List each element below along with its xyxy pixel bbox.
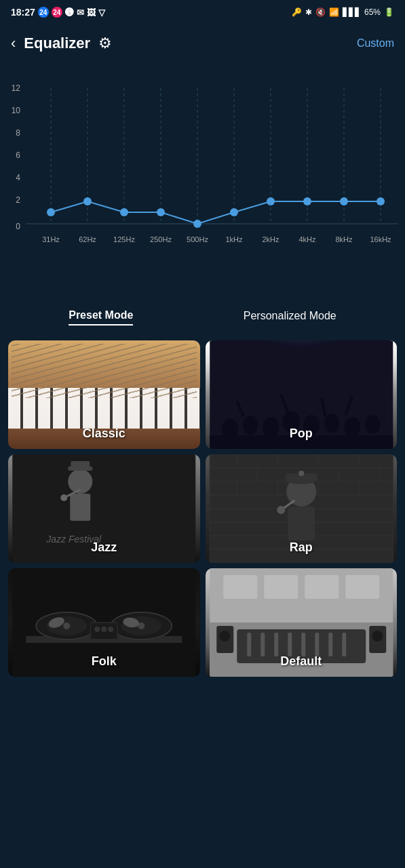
svg-point-62 — [108, 627, 113, 632]
svg-rect-48 — [288, 507, 315, 540]
svg-point-21 — [60, 494, 67, 501]
eq-dot-125hz[interactable] — [120, 208, 128, 216]
svg-point-60 — [94, 627, 100, 632]
default-label: Default — [206, 654, 398, 669]
svg-rect-79 — [342, 633, 346, 656]
svg-point-61 — [101, 627, 107, 632]
preset-mode-tab[interactable]: Preset Mode — [69, 309, 133, 326]
svg-rect-72 — [247, 633, 251, 656]
eq-dot-8khz[interactable] — [340, 197, 348, 205]
nav-left-group: ‹ Equalizer ⚙ — [11, 35, 112, 52]
eq-dot-4khz[interactable] — [303, 197, 311, 205]
battery-percent: 65% — [364, 7, 381, 17]
time-display: 18:27 — [11, 7, 35, 18]
x-label-2khz: 2kHz — [262, 235, 279, 243]
classic-label: Classic — [8, 427, 200, 441]
mode-tabs: Preset Mode Personalized Mode — [0, 296, 405, 332]
eq-dot-2khz[interactable] — [267, 197, 275, 205]
y-label-8: 8 — [16, 128, 20, 138]
wifi-icon: 📶 — [329, 7, 339, 17]
svg-rect-69 — [305, 575, 339, 599]
svg-rect-67 — [223, 575, 257, 599]
svg-point-50 — [277, 506, 285, 514]
svg-point-47 — [298, 471, 304, 476]
notification-icon-1: 24 — [38, 7, 49, 18]
genre-card-default[interactable]: Default — [206, 568, 398, 677]
gallery-icon: 🖼 — [87, 7, 96, 18]
x-label-125hz: 125Hz — [113, 235, 135, 243]
mail-icon: ✉ — [77, 7, 84, 18]
genre-card-rap[interactable]: Rap — [206, 454, 398, 563]
x-label-8khz: 8kHz — [335, 235, 353, 243]
eq-dot-500hz[interactable] — [193, 220, 201, 228]
svg-rect-74 — [274, 633, 278, 656]
y-label-4: 4 — [16, 173, 20, 182]
personalized-mode-tab[interactable]: Personalized Mode — [244, 310, 336, 325]
x-label-1khz: 1kHz — [225, 235, 243, 243]
y-label-2: 2 — [16, 195, 20, 205]
back-button[interactable]: ‹ — [11, 35, 16, 52]
equalizer-svg: 12 10 8 6 4 2 0 31Hz 6 — [7, 69, 398, 286]
eq-dot-16khz[interactable] — [377, 197, 385, 205]
custom-button[interactable]: Custom — [357, 37, 394, 50]
notification-icon-2: 24 — [52, 7, 62, 18]
svg-rect-77 — [315, 633, 319, 656]
rap-label: Rap — [206, 540, 398, 555]
x-label-250hz: 250Hz — [150, 235, 172, 243]
vpn-icon: ▽ — [98, 7, 105, 18]
genre-card-classic[interactable]: Classic — [8, 340, 200, 449]
genre-card-pop[interactable]: Pop — [206, 340, 398, 449]
eq-dot-1khz[interactable] — [230, 208, 238, 216]
pop-label: Pop — [206, 427, 398, 441]
page-title: Equalizer — [24, 35, 90, 52]
key-icon: 🔑 — [292, 7, 302, 17]
mute-icon: 🔇 — [315, 7, 326, 17]
y-label-0: 0 — [16, 222, 20, 231]
equalizer-chart-container: 12 10 8 6 4 2 0 31Hz 6 — [0, 62, 405, 289]
x-label-62hz: 62Hz — [79, 235, 96, 243]
svg-point-83 — [372, 631, 383, 642]
y-label-12: 12 — [12, 83, 21, 93]
genre-card-jazz[interactable]: Jazz Festival Jazz — [8, 454, 200, 563]
svg-rect-73 — [261, 633, 265, 656]
swiggy-icon: 🅢 — [65, 7, 74, 18]
eq-dot-31hz[interactable] — [47, 208, 55, 216]
battery-icon: 🔋 — [384, 7, 394, 17]
eq-line — [51, 201, 381, 224]
svg-rect-75 — [288, 633, 292, 656]
eq-dot-62hz[interactable] — [83, 197, 92, 205]
y-label-6: 6 — [16, 151, 20, 160]
folk-label: Folk — [8, 654, 200, 669]
x-label-31hz: 31Hz — [42, 235, 60, 243]
svg-rect-68 — [264, 575, 298, 599]
status-bar: 18:27 24 24 🅢 ✉ 🖼 ▽ 🔑 ✱ 🔇 📶 ▋▋▋ 65% 🔋 — [0, 0, 405, 24]
jazz-label: Jazz — [8, 540, 200, 555]
svg-point-55 — [63, 623, 70, 629]
genre-card-folk[interactable]: Folk — [8, 568, 200, 677]
svg-point-82 — [219, 631, 230, 642]
svg-rect-70 — [345, 575, 379, 599]
x-label-500hz: 500Hz — [187, 235, 208, 243]
signal-bars: ▋▋▋ — [343, 7, 361, 17]
bluetooth-icon: ✱ — [305, 7, 312, 17]
svg-rect-19 — [70, 494, 90, 521]
x-label-4khz: 4kHz — [298, 235, 316, 243]
settings-sliders-icon[interactable]: ⚙ — [98, 35, 112, 52]
genre-grid: Classic — [0, 332, 405, 685]
y-label-10: 10 — [12, 106, 21, 115]
status-right-area: 🔑 ✱ 🔇 📶 ▋▋▋ 65% 🔋 — [292, 7, 394, 17]
svg-rect-76 — [301, 633, 305, 656]
eq-dot-250hz[interactable] — [157, 208, 165, 216]
svg-rect-18 — [71, 461, 90, 469]
x-label-16khz: 16kHz — [370, 235, 391, 243]
status-time-area: 18:27 24 24 🅢 ✉ 🖼 ▽ — [11, 7, 105, 18]
svg-rect-78 — [328, 633, 332, 656]
top-navigation: ‹ Equalizer ⚙ Custom — [0, 24, 405, 62]
